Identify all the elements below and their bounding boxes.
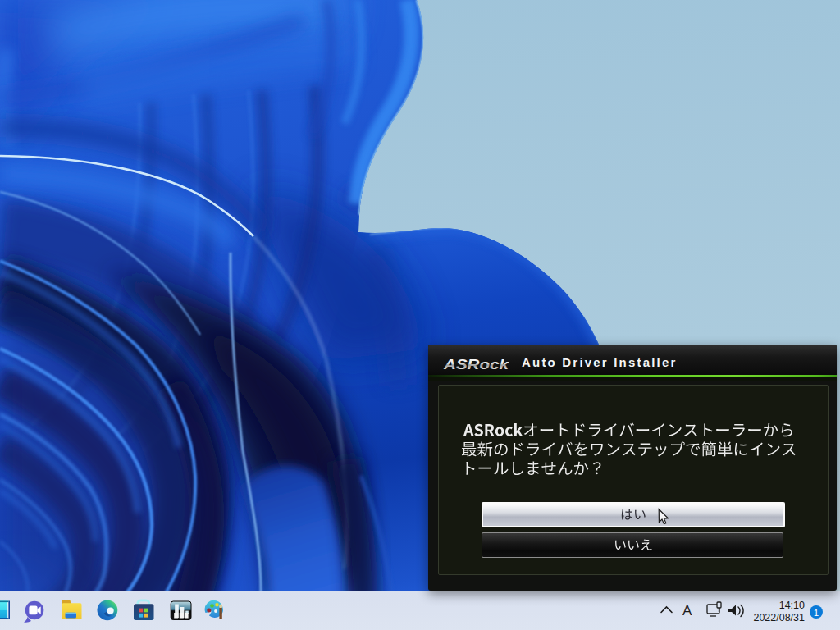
- svg-text:2022/08/31: 2022/08/31: [753, 612, 805, 623]
- svg-text:14:10: 14:10: [779, 600, 805, 611]
- svg-text:1: 1: [814, 608, 819, 618]
- svg-text:A: A: [682, 603, 692, 619]
